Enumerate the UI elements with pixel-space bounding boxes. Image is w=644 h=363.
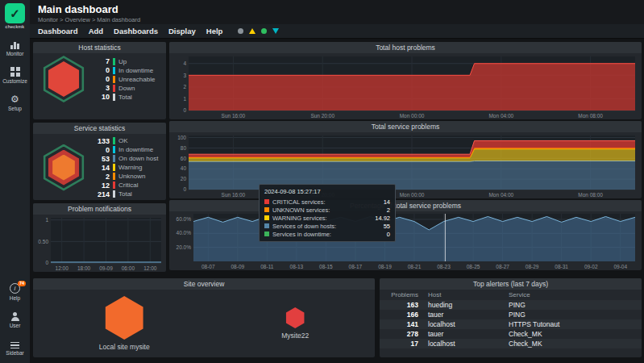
service-problems-chart[interactable]: 020406080100Sun 16:00Sun 20:00Mon 00:00M… [169, 132, 642, 198]
svg-text:40: 40 [181, 165, 187, 171]
menu-dashboard[interactable]: Dashboard [38, 27, 78, 35]
svg-text:08-13: 08-13 [290, 264, 304, 269]
svg-text:08-29: 08-29 [526, 264, 539, 269]
svg-text:06:00: 06:00 [122, 265, 135, 271]
filter-icon[interactable] [272, 28, 279, 34]
status-color-bar [113, 67, 115, 74]
svg-text:12:00: 12:00 [56, 265, 69, 271]
app-root: ✓ checkmk Monitor Customize ⚙ Setup 74 i… [0, 0, 644, 363]
svg-text:08-21: 08-21 [408, 264, 422, 269]
host-stat-down[interactable]: 3Down [90, 84, 162, 93]
svg-text:80: 80 [181, 145, 187, 151]
menu-display[interactable]: Display [168, 27, 196, 35]
status-color-bar [113, 190, 115, 198]
svg-text:Mon 04:00: Mon 04:00 [488, 192, 513, 198]
breadcrumb[interactable]: Monitor > Overview > Main dashboard [38, 16, 636, 23]
host-stat-downtime[interactable]: 0In downtime [90, 66, 162, 75]
service-percentage-chart[interactable]: 20.0%40.0%60.0%08-0708-0908-1108-1308-15… [169, 211, 642, 270]
sidebar-item-customize[interactable]: Customize [0, 66, 30, 84]
host-stat-unreachable[interactable]: 0Unreachable [90, 75, 162, 84]
svc-stat-warning[interactable]: 14Warning [90, 163, 162, 172]
col-service[interactable]: Service [504, 290, 642, 300]
panel-site-overview: Site overview Local site mysite Mysite22 [33, 278, 375, 357]
sidebar-item-monitor[interactable]: Monitor [0, 39, 30, 56]
table-row[interactable]: 166tauerPING [380, 310, 642, 319]
menubar: Dashboard Add Dashboards Display Help [30, 24, 644, 39]
panel-service-statistics: Service statistics 133OK 0In downtime 53… [33, 123, 166, 200]
sidebar-item-setup[interactable]: ⚙ Setup [0, 94, 30, 111]
ok-circle-icon[interactable] [261, 28, 267, 34]
sidebar-item-label: User [10, 323, 21, 328]
page-title: Main dashboard [38, 3, 636, 15]
notifications-chart[interactable]: 00.50112:0018:0009-0906:0012:00 [33, 215, 166, 272]
sidebar-item-help[interactable]: 74 i Help [0, 283, 30, 301]
status-color-bar [113, 58, 115, 65]
sidebar-item-user[interactable]: User [0, 311, 30, 328]
tooltip-entry: UNKNOWN services:2 [264, 206, 390, 214]
status-color-bar [113, 85, 115, 92]
svg-text:08-09: 08-09 [231, 264, 244, 269]
table-row[interactable]: 163huedingPING [380, 300, 642, 310]
svg-text:08-17: 08-17 [349, 264, 363, 269]
setup-icon: ⚙ [10, 94, 19, 104]
status-color-bar [113, 76, 115, 83]
site-mysite22[interactable]: Mysite22 [281, 307, 309, 340]
svg-text:60: 60 [181, 156, 187, 161]
svg-text:Mon 04:00: Mon 04:00 [488, 113, 513, 119]
sidebar-item-label: Sidebar [6, 350, 23, 356]
svg-text:Sun 16:00: Sun 16:00 [222, 113, 246, 119]
menu-dashboards[interactable]: Dashboards [114, 27, 158, 35]
site-hexagon [285, 307, 305, 328]
host-problems-chart[interactable]: 01234Sun 16:00Sun 20:00Mon 00:00Mon 04:0… [169, 53, 642, 119]
checkmk-logo-icon: ✓ [5, 3, 25, 23]
panel-host-statistics: Host statistics 7Up 0In downtime 0Unreac… [33, 42, 166, 119]
menu-add[interactable]: Add [89, 27, 103, 35]
warning-triangle-icon[interactable] [249, 28, 256, 34]
svg-text:08-31: 08-31 [555, 264, 568, 269]
svg-text:60.0%: 60.0% [177, 216, 192, 222]
svg-text:1: 1 [183, 96, 186, 102]
legend-swatch [264, 199, 269, 204]
sidebar-item-sidebar-toggle[interactable]: Sidebar [0, 338, 30, 356]
host-stat-total[interactable]: 10Total [90, 93, 162, 102]
table-row[interactable]: 17localhostCheck_MK [380, 339, 642, 348]
sidebar-item-label: Setup [8, 106, 22, 111]
panel-title: Site overview [33, 278, 375, 290]
svc-stat-unknown[interactable]: 2Unknown [90, 172, 162, 181]
host-stat-rows: 7Up 0In downtime 0Unreachable 3Down 10To… [90, 57, 162, 102]
site-label: Local site mysite [99, 343, 150, 351]
svg-text:Mon 00:00: Mon 00:00 [400, 113, 425, 119]
svg-text:Mon 00:00: Mon 00:00 [400, 192, 425, 198]
menu-help[interactable]: Help [206, 27, 223, 35]
legend-swatch [264, 215, 269, 220]
host-stat-up[interactable]: 7Up [90, 57, 162, 66]
status-color-bar [113, 173, 115, 180]
svg-text:09-09: 09-09 [99, 265, 113, 271]
svc-stat-ok[interactable]: 133OK [90, 136, 162, 145]
table-row[interactable]: 141localhostHTTPS Tutonaut [380, 319, 642, 329]
svg-text:08-07: 08-07 [202, 264, 215, 269]
svc-stat-critical[interactable]: 12Critical [90, 181, 162, 190]
svg-text:0.50: 0.50 [38, 239, 48, 244]
status-color-bar [113, 94, 115, 101]
checkmk-logo[interactable]: ✓ checkmk [5, 3, 25, 29]
svc-stat-on-down-host[interactable]: 53On down host [90, 154, 162, 163]
panel-title: Problem notifications [33, 203, 166, 215]
col-problems[interactable]: Problems [380, 290, 423, 300]
site-local-mysite[interactable]: Local site mysite [99, 296, 150, 351]
col-host[interactable]: Host [423, 290, 504, 300]
tooltip-entry: Services of down hosts:55 [264, 222, 390, 230]
host-hexagon[interactable] [37, 56, 90, 102]
site-label: Mysite22 [281, 332, 309, 340]
panel-title: Percentage of total service problems [169, 200, 642, 211]
table-row[interactable]: 278tauerCheck_MK [380, 329, 642, 339]
svg-text:09-04: 09-04 [613, 264, 627, 269]
service-hexagon[interactable] [37, 144, 90, 191]
svc-stat-downtime[interactable]: 0In downtime [90, 145, 162, 154]
panel-title: Total host problems [169, 42, 642, 53]
legend-swatch [264, 223, 269, 228]
svc-stat-total[interactable]: 214Total [90, 190, 162, 198]
service-stat-rows: 133OK 0In downtime 53On down host 14Warn… [90, 136, 162, 198]
status-circle-icon[interactable] [238, 28, 243, 34]
svg-text:08-23: 08-23 [437, 264, 451, 269]
